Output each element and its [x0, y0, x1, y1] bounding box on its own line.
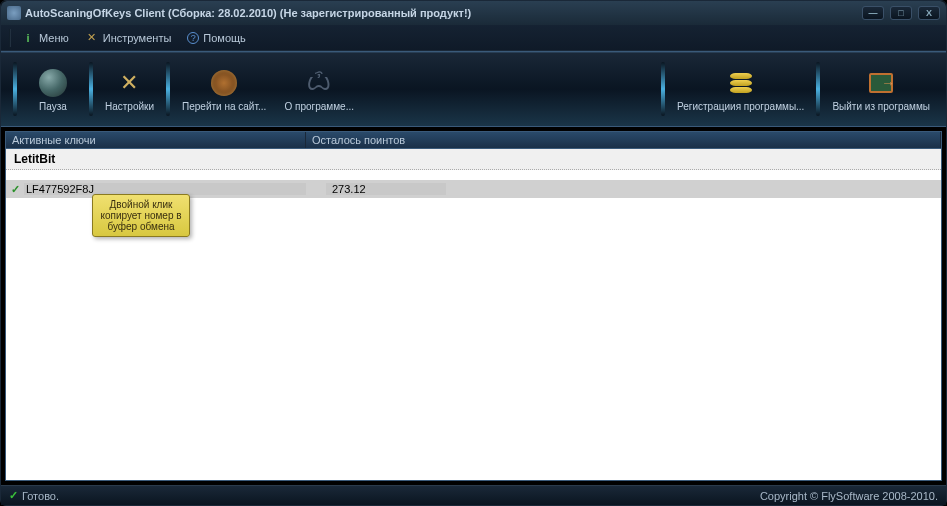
table-body: LetitBit ✓ LF477592F8J 273.12 Двойной кл…: [5, 149, 942, 481]
settings-button[interactable]: Настройки: [97, 56, 162, 122]
menu-tools-label: Инструменты: [103, 32, 172, 44]
globe-icon: [37, 67, 69, 99]
goto-site-label: Перейти на сайт...: [182, 101, 266, 112]
menu-help[interactable]: ? Помощь: [181, 29, 252, 47]
group-header[interactable]: LetitBit: [6, 149, 941, 170]
butterfly-icon: Ѽ: [303, 67, 335, 99]
check-icon: ✓: [6, 183, 24, 196]
compass-icon: [208, 67, 240, 99]
pause-button[interactable]: Пауза: [21, 56, 85, 122]
table-header: Активные ключи Осталось поинтов: [5, 131, 942, 149]
menu-main[interactable]: i Меню: [15, 28, 75, 48]
settings-label: Настройки: [105, 101, 154, 112]
titlebar: AutoScaningOfKeys Client (Сборка: 28.02.…: [1, 1, 946, 25]
statusbar: ✓ Готово. Copyright © FlySoftware 2008-2…: [1, 485, 946, 505]
pause-label: Пауза: [39, 101, 67, 112]
about-label: О программе...: [285, 101, 355, 112]
minimize-button[interactable]: —: [862, 6, 884, 20]
copyright-text: Copyright © FlySoftware 2008-2010.: [760, 490, 938, 502]
menu-tools[interactable]: ✕ Инструменты: [79, 28, 178, 48]
toolbar: Пауза Настройки Перейти на сайт... Ѽ О п…: [1, 51, 946, 127]
exit-label: Выйти из программы: [832, 101, 930, 112]
cell-points: 273.12: [326, 183, 446, 195]
menu-help-label: Помощь: [203, 32, 246, 44]
exit-icon: [865, 67, 897, 99]
goto-site-button[interactable]: Перейти на сайт...: [174, 56, 274, 122]
register-button[interactable]: Регистрациия программы...: [669, 56, 812, 122]
tooltip: Двойной клик копирует номер в буфер обме…: [92, 194, 190, 237]
status-text: Готово.: [22, 490, 59, 502]
register-label: Регистрациия программы...: [677, 101, 804, 112]
close-button[interactable]: X: [918, 6, 940, 20]
tools-icon: ✕: [85, 31, 99, 45]
about-button[interactable]: Ѽ О программе...: [274, 56, 364, 122]
column-points[interactable]: Осталось поинтов: [306, 132, 941, 148]
menu-main-label: Меню: [39, 32, 69, 44]
window-title: AutoScaningOfKeys Client (Сборка: 28.02.…: [25, 7, 862, 19]
column-keys[interactable]: Активные ключи: [6, 132, 306, 148]
menubar: i Меню ✕ Инструменты ? Помощь: [1, 25, 946, 51]
status-check-icon: ✓: [9, 489, 18, 502]
help-icon: ?: [187, 32, 199, 44]
info-icon: i: [21, 31, 35, 45]
wrench-icon: [114, 67, 146, 99]
app-icon: [7, 6, 21, 20]
exit-button[interactable]: Выйти из программы: [824, 56, 938, 122]
maximize-button[interactable]: □: [890, 6, 912, 20]
database-icon: [725, 67, 757, 99]
